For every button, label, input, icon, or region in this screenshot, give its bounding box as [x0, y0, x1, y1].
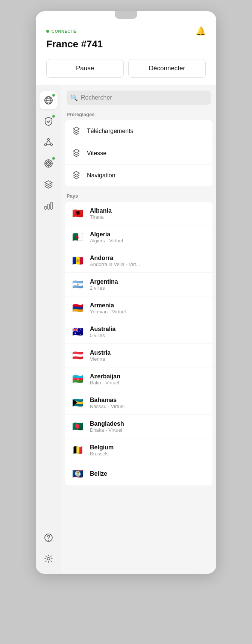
sidebar-item-shield[interactable]: [39, 112, 58, 130]
country-item-andorra[interactable]: 🇦🇩 Andorra Andorra la Vella - Virt...: [65, 249, 213, 272]
stats-icon: [43, 200, 54, 211]
server-name: France #741: [46, 38, 206, 50]
bell-icon[interactable]: 🔔: [196, 26, 206, 36]
flag-bangladesh: 🇧🇩: [70, 419, 85, 434]
svg-marker-27: [73, 171, 79, 175]
flag-australia: 🇦🇺: [70, 324, 85, 339]
flag-argentina: 🇦🇷: [70, 277, 85, 292]
target-icon: [43, 158, 54, 169]
svg-point-24: [47, 558, 50, 560]
country-info-andorra: Andorra Andorra la Vella - Virt...: [90, 255, 140, 267]
flag-andorra: 🇦🇩: [70, 253, 85, 268]
sidebar-item-settings[interactable]: [39, 550, 58, 568]
flag-armenia: 🇦🇲: [70, 301, 85, 316]
country-info-algeria: Algeria Algiers - Virtuel: [90, 231, 123, 243]
header-top: CONNECTÉ 🔔: [46, 26, 206, 36]
svg-point-7: [50, 144, 52, 146]
country-item-argentina[interactable]: 🇦🇷 Argentina 2 villes: [65, 273, 213, 296]
pause-button[interactable]: Pause: [46, 59, 124, 78]
action-buttons: Pause Déconnecter: [46, 59, 206, 78]
flag-belize: 🇧🇿: [70, 466, 85, 481]
flag-albania: 🇦🇱: [70, 206, 85, 221]
settings-icon: [43, 553, 54, 564]
flag-bahamas: 🇧🇸: [70, 395, 85, 410]
country-info-albania: Albania Tirana: [90, 207, 112, 220]
help-icon: [43, 532, 54, 543]
preset-item-speed[interactable]: Vitesse: [65, 142, 213, 164]
preset-downloads-name: Téléchargements: [87, 128, 134, 135]
sidebar-item-globe[interactable]: [39, 91, 58, 109]
flag-austria: 🇦🇹: [70, 348, 85, 363]
country-item-azerbaijan[interactable]: 🇦🇿 Azerbaijan Baku - Virtuel: [65, 367, 213, 391]
shield-badge: [52, 115, 55, 118]
globe-icon: [43, 95, 54, 106]
globe-badge: [52, 94, 55, 97]
status-text: CONNECTÉ: [52, 29, 76, 33]
app-container: CONNECTÉ 🔔 France #741 Pause Déconnecter: [36, 11, 216, 574]
header: CONNECTÉ 🔔 France #741 Pause Déconnecter: [36, 11, 216, 85]
sidebar-item-stats[interactable]: [39, 197, 58, 215]
main-content: 🔍 Préréglages Téléchargements: [36, 85, 216, 574]
layers-icon: [43, 179, 54, 190]
country-info-azerbaijan: Azerbaijan Baku - Virtuel: [90, 373, 120, 385]
svg-rect-21: [51, 202, 52, 209]
country-item-australia[interactable]: 🇦🇺 Australia 5 villes: [65, 320, 213, 343]
search-icon: 🔍: [70, 94, 78, 101]
svg-rect-20: [48, 204, 49, 209]
preset-speed-name: Vitesse: [87, 150, 106, 157]
svg-line-8: [46, 141, 49, 144]
preset-item-navigation[interactable]: Navigation: [65, 165, 213, 186]
country-info-belgium: Belgium Brussels: [90, 444, 114, 457]
country-item-albania[interactable]: 🇦🇱 Albania Tirana: [65, 202, 213, 225]
search-bar: 🔍: [67, 91, 211, 105]
svg-point-12: [46, 161, 51, 166]
country-item-belgium[interactable]: 🇧🇪 Belgium Brussels: [65, 438, 213, 462]
country-info-bangladesh: Bangladesh Dhaka - Virtuel: [90, 420, 124, 433]
country-info-armenia: Armenia Yerevan - Virtuel: [90, 302, 126, 314]
navigation-icon: [70, 169, 82, 181]
flag-algeria: 🇩🇿: [70, 230, 85, 245]
country-info-austria: Austria Vienna: [90, 349, 111, 362]
country-item-algeria[interactable]: 🇩🇿 Algeria Algiers - Virtuel: [65, 225, 213, 249]
status-row: CONNECTÉ: [46, 29, 76, 33]
country-item-belize[interactable]: 🇧🇿 Belize: [65, 462, 213, 485]
svg-marker-25: [73, 127, 79, 131]
search-input[interactable]: [67, 91, 211, 105]
nodes-icon: [43, 137, 54, 148]
svg-rect-19: [45, 206, 46, 209]
country-info-australia: Australia 5 villes: [90, 326, 115, 338]
sidebar-item-layers[interactable]: [39, 175, 58, 194]
country-item-armenia[interactable]: 🇦🇲 Armenia Yerevan - Virtuel: [65, 296, 213, 320]
sidebar-item-help[interactable]: [39, 529, 58, 547]
svg-point-5: [47, 139, 49, 141]
country-info-belize: Belize: [90, 470, 107, 477]
svg-line-9: [49, 141, 51, 144]
country-item-bangladesh[interactable]: 🇧🇩 Bangladesh Dhaka - Virtuel: [65, 415, 213, 438]
speed-icon: [70, 147, 82, 159]
svg-marker-18: [45, 181, 52, 184]
svg-point-13: [47, 163, 49, 165]
country-info-bahamas: Bahamas Nassau - Virtuel: [90, 397, 124, 409]
presets-section-label: Préréglages: [61, 109, 216, 119]
disconnect-button[interactable]: Déconnecter: [128, 59, 206, 78]
notch: [115, 11, 137, 19]
svg-point-23: [48, 540, 49, 541]
status-dot: [46, 30, 49, 33]
shield-icon: [43, 116, 54, 127]
countries-section-label: Pays: [61, 190, 216, 201]
target-badge: [52, 157, 55, 160]
sidebar-item-target[interactable]: [39, 154, 58, 172]
flag-azerbaijan: 🇦🇿: [70, 372, 85, 387]
preset-item-downloads[interactable]: Téléchargements: [65, 120, 213, 142]
country-item-austria[interactable]: 🇦🇹 Austria Vienna: [65, 344, 213, 367]
svg-marker-26: [73, 149, 79, 153]
downloads-icon: [70, 125, 82, 137]
flag-belgium: 🇧🇪: [70, 443, 85, 458]
svg-point-6: [44, 144, 46, 146]
country-list: 🇦🇱 Albania Tirana 🇩🇿 Algeria Algiers - V…: [65, 201, 213, 486]
sidebar: [36, 85, 61, 574]
country-item-bahamas[interactable]: 🇧🇸 Bahamas Nassau - Virtuel: [65, 391, 213, 414]
sidebar-item-nodes[interactable]: [39, 133, 58, 151]
right-panel: 🔍 Préréglages Téléchargements: [61, 85, 216, 574]
preset-navigation-name: Navigation: [87, 172, 115, 179]
